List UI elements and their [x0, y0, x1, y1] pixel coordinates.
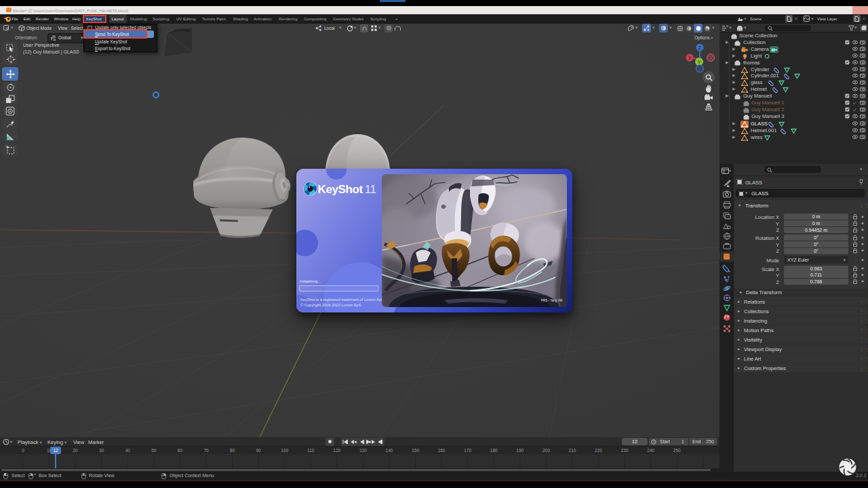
svg-text:140: 140 [386, 448, 393, 453]
svg-text:160: 160 [438, 448, 446, 453]
svg-text:60: 60 [178, 448, 183, 453]
svg-text:20: 20 [73, 448, 78, 453]
svg-text:170: 170 [464, 448, 471, 453]
svg-text:250: 250 [673, 448, 681, 453]
svg-text:30: 30 [99, 448, 104, 453]
svg-text:230: 230 [621, 448, 629, 453]
svg-text:180: 180 [490, 448, 498, 453]
svg-text:Y: Y [698, 60, 701, 64]
svg-text:40: 40 [125, 448, 131, 453]
svg-text:80: 80 [230, 448, 235, 453]
svg-text:70: 70 [203, 448, 209, 453]
svg-text:150: 150 [412, 448, 419, 453]
svg-text:200: 200 [542, 448, 550, 453]
svg-text:90: 90 [256, 448, 261, 453]
svg-text:PRS - Yang YM: PRS - Yang YM [541, 299, 563, 302]
svg-text:220: 220 [595, 448, 602, 453]
svg-text:110: 110 [307, 448, 315, 453]
svg-text:100: 100 [281, 448, 288, 453]
svg-text:130: 130 [359, 448, 367, 453]
svg-text:Z: Z [698, 45, 702, 50]
svg-text:0: 0 [22, 448, 24, 453]
svg-text:50: 50 [151, 448, 157, 453]
svg-text:190: 190 [516, 448, 524, 453]
svg-text:120: 120 [333, 448, 340, 453]
svg-text:210: 210 [569, 448, 576, 453]
svg-text:X: X [688, 56, 692, 60]
svg-text:240: 240 [647, 448, 654, 453]
